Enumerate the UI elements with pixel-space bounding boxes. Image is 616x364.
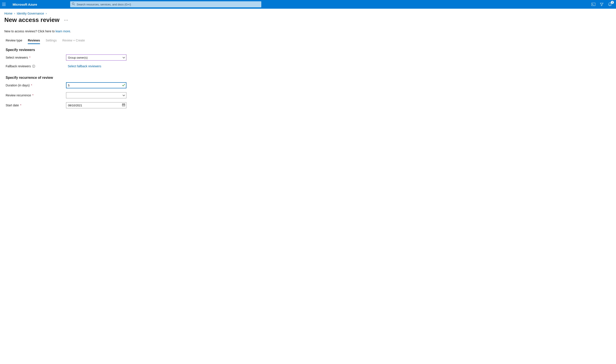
start-date-input-wrap[interactable] bbox=[66, 102, 126, 108]
chevron-right-icon: › bbox=[46, 12, 47, 15]
duration-input-wrap[interactable] bbox=[66, 82, 126, 88]
required-asterisk: * bbox=[29, 56, 30, 59]
chevron-right-icon: › bbox=[14, 12, 15, 15]
required-asterisk: * bbox=[32, 93, 33, 97]
select-reviewers-dropdown[interactable]: Group owner(s) bbox=[66, 54, 126, 61]
filter-icon[interactable] bbox=[600, 2, 604, 7]
azure-header: Microsoft Azure 2 bbox=[0, 0, 616, 9]
breadcrumb-home[interactable]: Home bbox=[4, 12, 12, 15]
intro-prefix: New to access reviews? Click here to bbox=[4, 29, 56, 33]
page-title: New access review bbox=[4, 16, 60, 24]
page-title-row: New access review ⋯ bbox=[0, 15, 616, 25]
info-icon[interactable] bbox=[32, 65, 35, 68]
row-duration: Duration (in days) * bbox=[6, 82, 610, 88]
select-fallback-reviewers-link[interactable]: Select fallback reviewers bbox=[68, 65, 101, 68]
wizard-tabs: Review type Reviews Settings Review + Cr… bbox=[0, 33, 616, 44]
notifications-icon[interactable]: 2 bbox=[608, 2, 612, 7]
calendar-icon bbox=[122, 103, 125, 107]
intro-suffix: . bbox=[70, 29, 71, 33]
brand-label: Microsoft Azure bbox=[13, 3, 37, 6]
more-actions-icon[interactable]: ⋯ bbox=[64, 17, 68, 23]
svg-line-1 bbox=[74, 4, 75, 5]
start-date-label: Start date bbox=[6, 104, 19, 107]
svg-rect-5 bbox=[33, 66, 34, 67]
row-recurrence: Review recurrence * bbox=[6, 92, 610, 98]
select-reviewers-label: Select reviewers bbox=[6, 56, 28, 59]
tab-review-type[interactable]: Review type bbox=[6, 39, 22, 44]
required-asterisk: * bbox=[31, 84, 32, 87]
required-asterisk: * bbox=[20, 104, 21, 107]
section-specify-reviewers: Specify reviewers Select reviewers * Gro… bbox=[0, 44, 616, 68]
fallback-reviewers-label: Fallback reviewers bbox=[6, 65, 31, 68]
svg-point-4 bbox=[33, 65, 34, 66]
row-select-reviewers: Select reviewers * Group owner(s) bbox=[6, 54, 610, 61]
duration-input[interactable] bbox=[68, 83, 120, 88]
recurrence-heading: Specify recurrence of review bbox=[6, 76, 610, 80]
row-start-date: Start date * bbox=[6, 102, 610, 108]
select-reviewers-value: Group owner(s) bbox=[68, 56, 88, 59]
svg-rect-11 bbox=[123, 105, 124, 105]
header-icon-group: 2 bbox=[589, 2, 614, 7]
search-icon bbox=[72, 2, 75, 6]
learn-more-link[interactable]: learn more bbox=[56, 29, 70, 33]
specify-reviewers-heading: Specify reviewers bbox=[6, 48, 610, 52]
row-fallback-reviewers: Fallback reviewers Select fallback revie… bbox=[6, 65, 610, 68]
intro-text: New to access reviews? Click here to lea… bbox=[0, 25, 616, 33]
checkmark-icon bbox=[122, 83, 125, 87]
recurrence-label: Review recurrence bbox=[6, 93, 31, 97]
tab-review-create: Review + Create bbox=[62, 39, 85, 44]
tab-reviews[interactable]: Reviews bbox=[28, 39, 40, 44]
breadcrumb: Home › Identity Governance › bbox=[0, 9, 616, 15]
svg-rect-2 bbox=[592, 3, 595, 6]
recurrence-dropdown[interactable] bbox=[66, 92, 126, 98]
svg-point-0 bbox=[72, 3, 74, 5]
hamburger-menu-icon[interactable] bbox=[2, 2, 6, 7]
section-recurrence: Specify recurrence of review Duration (i… bbox=[0, 72, 616, 108]
global-search[interactable] bbox=[70, 1, 261, 7]
cloud-shell-icon[interactable] bbox=[591, 2, 596, 7]
search-input[interactable] bbox=[77, 3, 260, 6]
breadcrumb-identity-governance[interactable]: Identity Governance bbox=[17, 12, 44, 15]
notification-badge: 2 bbox=[611, 1, 614, 4]
svg-rect-12 bbox=[124, 105, 124, 105]
start-date-input[interactable] bbox=[68, 103, 120, 108]
duration-label: Duration (in days) bbox=[6, 84, 30, 87]
tab-settings: Settings bbox=[46, 39, 57, 44]
svg-rect-10 bbox=[123, 105, 123, 105]
